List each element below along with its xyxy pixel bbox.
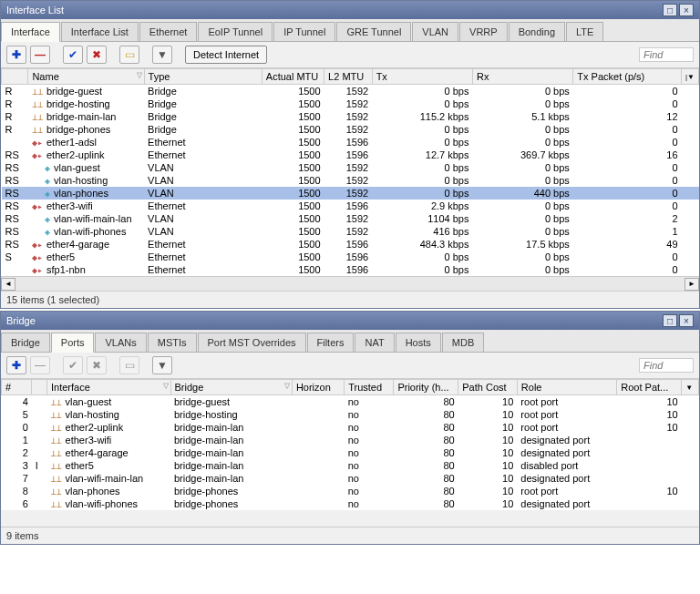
interface-row[interactable]: R⊥⊥bridge-guestBridge150015920 bps0 bps0 bbox=[2, 85, 699, 98]
port-row[interactable]: 3I⊥⊥ether5bridge-main-lanno8010disabled … bbox=[2, 459, 699, 472]
tab-eoip-tunnel[interactable]: EoIP Tunnel bbox=[198, 22, 273, 41]
col-header[interactable] bbox=[2, 69, 28, 85]
col-header[interactable]: Tx bbox=[372, 69, 472, 85]
interface-row[interactable]: R⊥⊥bridge-hostingBridge150015920 bps0 bp… bbox=[2, 97, 699, 110]
col-header[interactable]: Interface bbox=[47, 380, 170, 395]
ethernet-icon: ◆▸ bbox=[32, 240, 43, 250]
add-button[interactable]: ✚ bbox=[6, 46, 26, 64]
tab-vrrp[interactable]: VRRP bbox=[459, 22, 508, 41]
tab-interface-list[interactable]: Interface List bbox=[61, 22, 139, 41]
col-header[interactable]: Name bbox=[28, 69, 144, 85]
close-icon[interactable]: × bbox=[679, 4, 694, 16]
col-header[interactable]: Tx Packet (p/s) bbox=[573, 69, 682, 85]
disable-button[interactable]: ✖ bbox=[87, 46, 107, 64]
port-row[interactable]: 7⊥⊥vlan-wifi-main-lanbridge-main-lanno80… bbox=[2, 472, 699, 485]
tab-interface[interactable]: Interface bbox=[1, 22, 60, 42]
tab-mdb[interactable]: MDB bbox=[442, 333, 484, 352]
scroll-right-icon[interactable]: ► bbox=[685, 278, 699, 291]
port-row[interactable]: 4⊥⊥vlan-guestbridge-guestno8010root port… bbox=[2, 395, 699, 409]
col-header[interactable]: # bbox=[2, 380, 32, 395]
interface-row[interactable]: ◆▸ether1-adslEthernet150015960 bps0 bps0 bbox=[2, 136, 699, 148]
interface-row[interactable]: RS◈vlan-phonesVLAN150015920 bps440 bps0 bbox=[2, 187, 699, 200]
tab-vlan[interactable]: VLAN bbox=[412, 22, 458, 41]
port-row[interactable]: 8⊥⊥vlan-phonesbridge-phonesno8010root po… bbox=[2, 485, 699, 497]
filter-button[interactable]: ▼ bbox=[152, 356, 172, 374]
col-header[interactable]: Priority (h... bbox=[394, 380, 458, 395]
col-header[interactable]: Rx bbox=[472, 69, 572, 85]
vlan-icon: ◈ bbox=[45, 163, 50, 173]
detect-internet-button[interactable]: Detect Internet bbox=[185, 46, 267, 64]
tab-gre-tunnel[interactable]: GRE Tunnel bbox=[336, 22, 411, 41]
port-row[interactable]: 2⊥⊥ether4-garagebridge-main-lanno8010des… bbox=[2, 446, 699, 459]
interface-row[interactable]: RS◆▸ether2-uplinkEthernet1500159612.7 kb… bbox=[2, 148, 699, 161]
tab-ethernet[interactable]: Ethernet bbox=[139, 22, 198, 41]
col-menu[interactable]: |▼ bbox=[682, 69, 699, 85]
col-header[interactable]: Trusted bbox=[345, 380, 394, 395]
enable-button[interactable]: ✔ bbox=[63, 46, 83, 64]
tab-nat[interactable]: NAT bbox=[355, 333, 394, 352]
vlan-icon: ◈ bbox=[45, 227, 50, 237]
find-input[interactable] bbox=[639, 47, 694, 62]
bridge-icon: ⊥⊥ bbox=[32, 99, 43, 109]
bridge-icon: ⊥⊥ bbox=[51, 474, 62, 484]
col-header[interactable]: L2 MTU bbox=[324, 69, 373, 85]
col-header[interactable]: Role bbox=[517, 380, 616, 395]
filter-button[interactable]: ▼ bbox=[152, 46, 172, 64]
minimize-icon[interactable]: □ bbox=[663, 4, 677, 16]
tab-bridge[interactable]: Bridge bbox=[1, 333, 50, 352]
interface-row[interactable]: ◆▸sfp1-nbnEthernet150015960 bps0 bps0 bbox=[2, 263, 699, 276]
interface-row[interactable]: RS◆▸ether3-wifiEthernet150015962.9 kbps0… bbox=[2, 200, 699, 212]
col-header[interactable]: Actual MTU bbox=[262, 69, 324, 85]
ethernet-icon: ◆▸ bbox=[32, 265, 43, 275]
status-bar: 9 items bbox=[1, 527, 699, 544]
tab-mstis[interactable]: MSTIs bbox=[148, 333, 197, 352]
interface-row[interactable]: RS◈vlan-hostingVLAN150015920 bps0 bps0 bbox=[2, 174, 699, 187]
interface-row[interactable]: RS◈vlan-wifi-main-lanVLAN150015921104 bp… bbox=[2, 212, 699, 225]
port-row[interactable]: 0⊥⊥ether2-uplinkbridge-main-lanno8010roo… bbox=[2, 421, 699, 434]
tab-port-mst-overrides[interactable]: Port MST Overrides bbox=[198, 333, 306, 352]
tab-lte[interactable]: LTE bbox=[566, 22, 603, 41]
col-header[interactable]: Type bbox=[144, 69, 262, 85]
find-input[interactable] bbox=[639, 358, 694, 373]
col-menu[interactable]: ▼ bbox=[682, 380, 699, 395]
interface-row[interactable]: S◆▸ether5Ethernet150015960 bps0 bps0 bbox=[2, 251, 699, 263]
tab-ip-tunnel[interactable]: IP Tunnel bbox=[273, 22, 335, 41]
add-button[interactable]: ✚ bbox=[6, 356, 26, 374]
toolbar: ✚ — ✔ ✖ ▭ ▼ bbox=[1, 353, 699, 379]
interface-row[interactable]: RS◆▸ether4-garageEthernet15001596484.3 k… bbox=[2, 238, 699, 251]
remove-button[interactable]: — bbox=[30, 46, 50, 64]
tab-hosts[interactable]: Hosts bbox=[396, 333, 441, 352]
ports-grid[interactable]: #InterfaceBridgeHorizonTrustedPriority (… bbox=[1, 379, 699, 510]
interface-row[interactable]: R⊥⊥bridge-phonesBridge150015920 bps0 bps… bbox=[2, 123, 699, 136]
ethernet-icon: ◆▸ bbox=[32, 138, 43, 148]
col-header[interactable]: Path Cost bbox=[458, 380, 518, 395]
bridge-icon: ⊥⊥ bbox=[51, 435, 62, 446]
titlebar[interactable]: Interface List □ × bbox=[1, 1, 699, 19]
bridge-icon: ⊥⊥ bbox=[51, 461, 62, 471]
port-row[interactable]: 6⊥⊥vlan-wifi-phonesbridge-phonesno8010de… bbox=[2, 497, 699, 510]
port-row[interactable]: 5⊥⊥vlan-hostingbridge-hostingno8010root … bbox=[2, 408, 699, 421]
port-row[interactable]: 1⊥⊥ether3-wifibridge-main-lanno8010desig… bbox=[2, 434, 699, 446]
col-header[interactable]: Root Pat... bbox=[617, 380, 682, 395]
h-scrollbar[interactable]: ◄ ► bbox=[1, 276, 699, 291]
vlan-icon: ◈ bbox=[45, 214, 50, 224]
comment-button[interactable]: ▭ bbox=[119, 46, 139, 64]
minimize-icon[interactable]: □ bbox=[663, 314, 677, 327]
col-header[interactable]: Bridge bbox=[170, 380, 292, 395]
ethernet-icon: ◆▸ bbox=[32, 252, 43, 262]
interface-row[interactable]: R⊥⊥bridge-main-lanBridge15001592115.2 kb… bbox=[2, 110, 699, 123]
bridge-icon: ⊥⊥ bbox=[51, 499, 62, 509]
tab-ports[interactable]: Ports bbox=[51, 333, 95, 353]
tab-vlans[interactable]: VLANs bbox=[95, 333, 146, 352]
col-header[interactable]: Horizon bbox=[292, 380, 344, 395]
tab-bonding[interactable]: Bonding bbox=[509, 22, 565, 41]
interface-grid[interactable]: NameTypeActual MTUL2 MTUTxRxTx Packet (p… bbox=[1, 68, 699, 276]
window-title: Bridge bbox=[6, 315, 663, 326]
tab-filters[interactable]: Filters bbox=[307, 333, 355, 352]
scroll-left-icon[interactable]: ◄ bbox=[1, 278, 15, 291]
titlebar[interactable]: Bridge □ × bbox=[1, 312, 699, 330]
interface-row[interactable]: RS◈vlan-guestVLAN150015920 bps0 bps0 bbox=[2, 161, 699, 174]
close-icon[interactable]: × bbox=[679, 314, 694, 327]
interface-row[interactable]: RS◈vlan-wifi-phonesVLAN15001592416 bps0 … bbox=[2, 225, 699, 238]
col-header[interactable] bbox=[32, 380, 47, 395]
